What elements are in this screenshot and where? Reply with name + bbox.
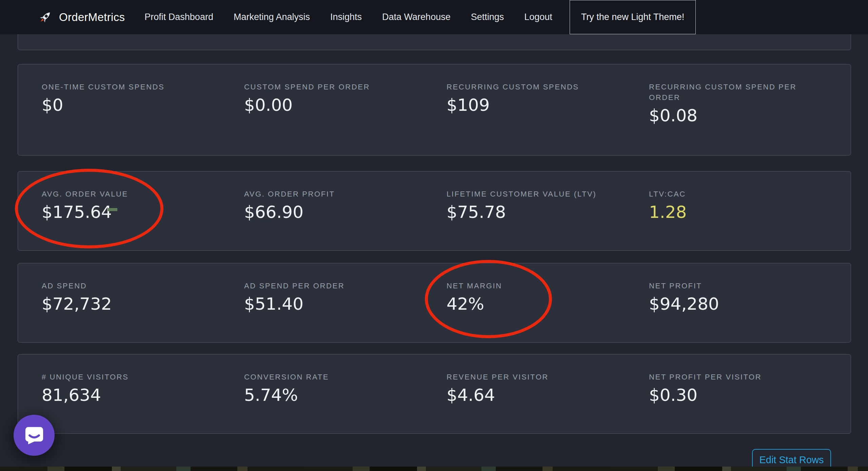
stat-custom-spend-per-order: CUSTOM SPEND PER ORDER$0.00: [244, 82, 447, 155]
stat-unique-visitors: # UNIQUE VISITORS81,634: [42, 372, 244, 433]
stat-net-margin: NET MARGIN42%: [447, 281, 649, 342]
stat-value: $0.00: [244, 95, 433, 115]
stat-label: RECURRING CUSTOM SPENDS: [447, 82, 623, 93]
nav-item-settings[interactable]: Settings: [461, 12, 514, 22]
stat-label: CONVERSION RATE: [244, 372, 420, 383]
stat-value: $175.64: [42, 202, 231, 222]
desktop-wallpaper-sliver: [0, 467, 868, 471]
stat-avg-order-profit: AVG. ORDER PROFIT$66.90: [244, 189, 447, 250]
stat-value: $0.08: [649, 106, 838, 125]
stat-label: REVENUE PER VISITOR: [447, 372, 623, 383]
light-theme-button[interactable]: Try the new Light Theme!: [570, 0, 696, 34]
stat-ad-spend-per-order: AD SPEND PER ORDER$51.40: [244, 281, 447, 342]
stat-label: AD SPEND: [42, 281, 218, 291]
stat-conversion-rate: CONVERSION RATE5.74%: [244, 372, 447, 433]
stat-revenue-per-visitor: REVENUE PER VISITOR$4.64: [447, 372, 649, 433]
stat-label: ONE-TIME CUSTOM SPENDS: [42, 82, 218, 93]
stat-value: 81,634: [42, 385, 231, 405]
stat-card-row-1: ONE-TIME CUSTOM SPENDS$0CUSTOM SPEND PER…: [18, 64, 851, 156]
stat-one-time-custom-spends: ONE-TIME CUSTOM SPENDS$0: [42, 82, 244, 155]
stat-label: AVG. ORDER VALUE: [42, 189, 218, 200]
stat-value: $75.78: [447, 202, 635, 222]
stat-label: NET PROFIT: [649, 281, 825, 291]
nav-item-marketing-analysis[interactable]: Marketing Analysis: [223, 12, 320, 22]
stat-value: 42%: [447, 294, 635, 314]
stat-ltv-cac: LTV:CAC1.28: [649, 189, 851, 250]
stat-label: # UNIQUE VISITORS: [42, 372, 218, 383]
brand[interactable]: OrderMetrics: [37, 9, 125, 25]
stat-value: 1.28: [649, 202, 838, 222]
stat-card-row-3: AD SPEND$72,732AD SPEND PER ORDER$51.40N…: [18, 263, 851, 343]
stat-value: $72,732: [42, 294, 231, 314]
stat-value: $4.64: [447, 385, 635, 405]
stat-label: RECURRING CUSTOM SPEND PER ORDER: [649, 82, 825, 103]
brand-name: OrderMetrics: [59, 11, 125, 24]
stat-recurring-custom-spends: RECURRING CUSTOM SPENDS$109: [447, 82, 649, 155]
stat-label: LTV:CAC: [649, 189, 825, 200]
chat-launcher-button[interactable]: [14, 415, 55, 456]
stat-avg-order-value: AVG. ORDER VALUE$175.64: [42, 189, 244, 250]
nav-item-profit-dashboard[interactable]: Profit Dashboard: [134, 12, 223, 22]
nav-item-insights[interactable]: Insights: [320, 12, 372, 22]
stat-label: NET PROFIT PER VISITOR: [649, 372, 825, 383]
stat-label: NET MARGIN: [447, 281, 623, 291]
rocket-logo-icon: [37, 9, 53, 25]
stat-value: 5.74%: [244, 385, 433, 405]
stat-card-row-2: AVG. ORDER VALUE$175.64AVG. ORDER PROFIT…: [18, 171, 851, 251]
stat-recurring-custom-spend-per-order: RECURRING CUSTOM SPEND PER ORDER$0.08: [649, 82, 851, 155]
stat-net-profit: NET PROFIT$94,280: [649, 281, 851, 342]
stat-value: $109: [447, 95, 635, 115]
stat-value: $0.30: [649, 385, 838, 405]
stat-ad-spend: AD SPEND$72,732: [42, 281, 244, 342]
stat-card-row-4: # UNIQUE VISITORS81,634CONVERSION RATE5.…: [18, 354, 851, 434]
stat-value: $66.90: [244, 202, 433, 222]
chat-bubble-icon: [23, 424, 45, 447]
stat-label: AD SPEND PER ORDER: [244, 281, 420, 291]
stat-net-profit-per-visitor: NET PROFIT PER VISITOR$0.30: [649, 372, 851, 433]
stat-value: $94,280: [649, 294, 838, 314]
stat-lifetime-customer-value-ltv: LIFETIME CUSTOMER VALUE (LTV)$75.78: [447, 189, 649, 250]
top-nav-bar: OrderMetrics Profit DashboardMarketing A…: [0, 0, 868, 34]
stat-value: $0: [42, 95, 231, 115]
stat-label: LIFETIME CUSTOMER VALUE (LTV): [447, 189, 623, 200]
stat-value: $51.40: [244, 294, 433, 314]
green-dash-marker: [108, 208, 117, 211]
nav-items: Profit DashboardMarketing AnalysisInsigh…: [134, 12, 563, 22]
stat-label: CUSTOM SPEND PER ORDER: [244, 82, 420, 93]
nav-item-data-warehouse[interactable]: Data Warehouse: [372, 12, 461, 22]
stat-label: AVG. ORDER PROFIT: [244, 189, 420, 200]
nav-item-logout[interactable]: Logout: [514, 12, 563, 22]
